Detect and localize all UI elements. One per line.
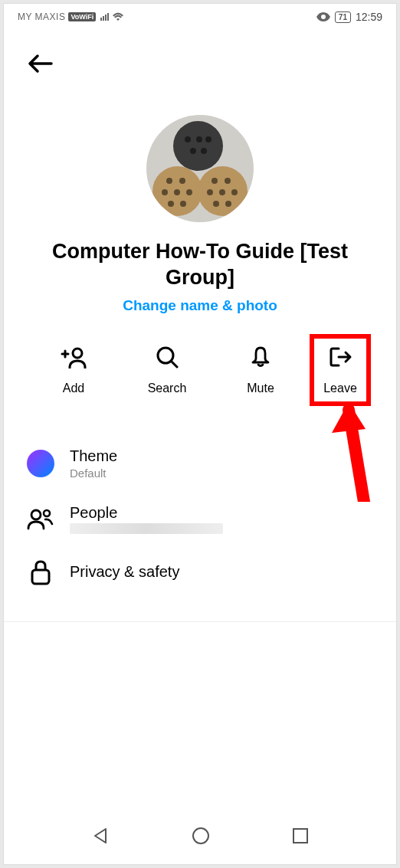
nav-home-button[interactable] bbox=[191, 826, 211, 849]
add-person-icon bbox=[61, 345, 87, 369]
mute-button[interactable]: Mute bbox=[230, 345, 291, 395]
theme-row[interactable]: Theme Default bbox=[27, 435, 373, 492]
search-icon bbox=[156, 345, 179, 369]
people-title: People bbox=[70, 504, 223, 522]
arrow-left-icon bbox=[27, 53, 53, 74]
privacy-title: Privacy & safety bbox=[70, 563, 179, 581]
leave-button[interactable]: Leave bbox=[310, 334, 371, 406]
circle-home-icon bbox=[191, 826, 211, 846]
theme-title: Theme bbox=[70, 447, 117, 465]
add-label: Add bbox=[63, 382, 84, 395]
svg-point-0 bbox=[73, 349, 82, 358]
android-nav-bar bbox=[4, 818, 396, 857]
nav-recent-button[interactable] bbox=[291, 827, 310, 848]
svg-point-3 bbox=[44, 510, 50, 516]
people-icon bbox=[27, 505, 54, 532]
eye-icon bbox=[316, 12, 330, 21]
people-subtitle-redacted bbox=[70, 523, 223, 534]
wifi-icon bbox=[112, 11, 124, 22]
group-avatar[interactable] bbox=[146, 115, 254, 222]
settings-list: Theme Default People bbox=[4, 435, 396, 598]
group-title: Computer How-To Guide [Test Group] bbox=[27, 239, 373, 291]
clock: 12:59 bbox=[356, 11, 382, 23]
nav-back-button[interactable] bbox=[90, 826, 110, 849]
signal-icon bbox=[100, 13, 109, 21]
exit-icon bbox=[328, 345, 352, 369]
status-bar: MY MAXIS VoWiFi 71 12:59 bbox=[4, 4, 396, 27]
svg-point-5 bbox=[193, 828, 208, 843]
theme-icon bbox=[27, 450, 54, 477]
battery-indicator: 71 bbox=[335, 11, 351, 23]
theme-subtitle: Default bbox=[70, 467, 117, 480]
divider bbox=[4, 621, 396, 622]
svg-rect-6 bbox=[293, 829, 307, 843]
square-recent-icon bbox=[291, 827, 310, 845]
triangle-back-icon bbox=[90, 826, 110, 846]
search-button[interactable]: Search bbox=[136, 345, 198, 395]
change-name-photo-link[interactable]: Change name & photo bbox=[123, 297, 277, 314]
carrier-label: MY MAXIS bbox=[18, 11, 65, 22]
svg-rect-4 bbox=[32, 570, 49, 584]
people-row[interactable]: People bbox=[27, 492, 373, 546]
mute-label: Mute bbox=[247, 382, 274, 395]
back-button[interactable] bbox=[27, 53, 53, 77]
add-button[interactable]: Add bbox=[43, 345, 104, 395]
leave-label: Leave bbox=[323, 382, 357, 395]
privacy-row[interactable]: Privacy & safety bbox=[27, 546, 373, 598]
vowifi-badge: VoWiFi bbox=[68, 12, 96, 21]
bell-icon bbox=[250, 345, 271, 369]
action-row: Add Search Mute bbox=[4, 314, 396, 411]
lock-icon bbox=[27, 558, 54, 586]
svg-point-2 bbox=[31, 510, 41, 519]
search-label: Search bbox=[148, 382, 187, 395]
